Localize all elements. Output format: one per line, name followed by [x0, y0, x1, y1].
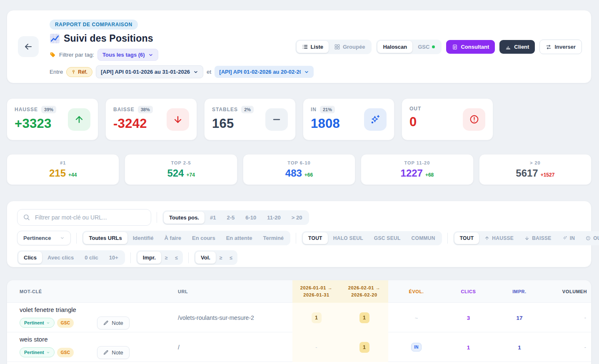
tab-en-cours[interactable]: En cours	[187, 232, 221, 244]
period-2-select[interactable]: [API] API 01-02-2026 au 20-02-2026	[215, 66, 314, 78]
pertinence-badge[interactable]: Pertinent	[20, 318, 55, 328]
tab-evol-hausse[interactable]: HAUSSE	[479, 232, 519, 244]
tab-pos-over-20[interactable]: > 20	[286, 212, 308, 224]
reference-badge-label: Réf.	[78, 69, 87, 75]
source-haloscan-label: Haloscan	[383, 44, 407, 50]
consultant-button[interactable]: Consultant	[446, 40, 495, 54]
tab-toutes-pos[interactable]: Toutes pos.	[164, 212, 205, 224]
inverser-button[interactable]: Inverser	[539, 40, 582, 54]
impr-gte-button[interactable]: ≥	[161, 252, 172, 264]
pertinence-select[interactable]: Pertinence	[17, 231, 71, 245]
vol-label-button[interactable]: Vol.	[195, 252, 216, 264]
gsc-status-dot	[432, 45, 435, 48]
tab-evol-in[interactable]: IN	[557, 232, 581, 244]
period-1-select[interactable]: [API] API 01-01-2026 au 31-01-2026	[96, 65, 203, 78]
back-button[interactable]	[18, 36, 39, 57]
col-header-url: URL	[170, 289, 292, 294]
stat-card-baisse: BAISSE 38% -3242	[105, 98, 197, 140]
tab-pos-6-10[interactable]: 6-10	[240, 212, 262, 224]
vol-gte-button[interactable]: ≥	[216, 252, 226, 264]
bar-chart-icon	[505, 44, 511, 50]
source-gsc-button[interactable]: GSC	[412, 41, 440, 53]
stat-label: OUT	[409, 106, 421, 112]
pencil-icon	[103, 320, 109, 326]
minus-icon	[265, 108, 288, 131]
divider	[188, 252, 189, 263]
view-liste-button[interactable]: Liste	[297, 41, 329, 53]
position-label: TOP 11-20	[404, 160, 430, 165]
tab-a-faire[interactable]: À faire	[159, 232, 187, 244]
tab-halo-seul[interactable]: HALO SEUL	[328, 232, 369, 244]
tab-source-tout[interactable]: TOUT	[303, 232, 328, 244]
tab-clics[interactable]: Clics	[18, 252, 42, 264]
position-card-top11-20: TOP 11-20 1227 +68	[361, 154, 473, 185]
tab-pos-11-20[interactable]: 11-20	[262, 212, 286, 224]
stat-card-hausse: HAUSSE 39% +3323	[7, 98, 98, 140]
position-card-top6-10: TOP 6-10 483 +66	[243, 154, 355, 185]
impr-lte-button[interactable]: ≤	[171, 252, 182, 264]
tab-evol-baisse[interactable]: BAISSE	[519, 232, 557, 244]
view-liste-label: Liste	[311, 44, 323, 50]
list-icon	[302, 44, 308, 50]
tab-10-plus[interactable]: 10+	[104, 252, 124, 264]
tab-avec-clics[interactable]: Avec clics	[42, 252, 79, 264]
tab-identifie[interactable]: Identifié	[127, 232, 159, 244]
source-filter-tabs: TOUT HALO SEUL GSC SEUL COMMUN	[302, 231, 442, 245]
table-row: volet fenetre triangle Pertinent GSC Not…	[7, 303, 591, 332]
line-chart-icon	[50, 33, 60, 44]
volume-cell: -	[547, 314, 591, 321]
search-input[interactable]	[17, 209, 151, 226]
tab-toutes-urls[interactable]: Toutes URLs	[83, 232, 127, 244]
tab-0-clic[interactable]: 0 clic	[79, 252, 104, 264]
tab-pos-2-5[interactable]: 2-5	[221, 212, 240, 224]
pertinence-badge[interactable]: Pertinent	[20, 347, 55, 357]
arrow-down-icon	[524, 236, 529, 241]
tab-en-attente[interactable]: En attente	[221, 232, 258, 244]
pin-icon	[71, 70, 76, 74]
tab-commun[interactable]: COMMUN	[406, 232, 441, 244]
view-groupee-label: Groupée	[343, 44, 365, 50]
tab-pos-1[interactable]: #1	[205, 212, 221, 224]
pertinence-select-value: Pertinence	[23, 235, 51, 241]
impressions-value: 17	[516, 315, 522, 321]
volume-filter: Vol. ≥ ≤	[194, 250, 237, 265]
impressions-cell: 1	[492, 344, 547, 351]
tab-termine[interactable]: Terminé	[257, 232, 289, 244]
empty-value: -	[315, 344, 317, 350]
impr-label-button[interactable]: Impr.	[137, 252, 161, 264]
arrow-left-icon	[23, 42, 33, 52]
evolution-value: ~	[415, 315, 418, 321]
volume-cell: -	[547, 344, 591, 350]
impressions-filter: Impr. ≥ ≤	[136, 250, 183, 265]
tab-evol-out-label: OUT	[593, 235, 599, 241]
keywords-table: MOT-CLÉ URL 2026-01-01 → 2026-01-31 2026…	[7, 280, 592, 364]
header-controls: Liste Groupée Haloscan GSC	[295, 40, 582, 54]
keyword-name: volet fenetre triangle	[20, 306, 170, 313]
vol-lte-button[interactable]: ≤	[226, 252, 237, 264]
filter-row-1: Toutes pos. #1 2-5 6-10 11-20 > 20	[17, 209, 581, 226]
stat-card-stables: STABLES 2% 165	[204, 98, 296, 140]
view-groupee-button[interactable]: Groupée	[329, 41, 370, 53]
period-2-value: [API] API 01-02-2026 au 20-02-2026	[219, 69, 301, 75]
position-delta: +44	[68, 172, 77, 178]
tag-select-value: Tous les tags (6)	[102, 52, 145, 58]
pertinence-badge-label: Pertinent	[24, 350, 44, 355]
source-haloscan-button[interactable]: Haloscan	[377, 41, 412, 53]
filter-card: Toutes pos. #1 2-5 6-10 11-20 > 20 Perti…	[7, 201, 592, 267]
tab-evol-tout[interactable]: TOUT	[454, 232, 479, 244]
page-title: Suivi des Positions	[64, 33, 153, 44]
position-value-badge: 1	[359, 312, 369, 323]
tab-gsc-seul[interactable]: GSC SEUL	[369, 232, 406, 244]
note-button[interactable]: Note	[97, 346, 129, 359]
stat-label: BAISSE	[113, 107, 135, 112]
note-button[interactable]: Note	[97, 317, 129, 329]
client-button[interactable]: Client	[499, 40, 535, 54]
clics-value: 1	[467, 344, 470, 351]
sparkles-icon	[562, 236, 567, 241]
swap-icon	[546, 44, 552, 50]
tab-evol-out[interactable]: OUT	[580, 232, 599, 244]
stat-percent-badge: 39%	[41, 106, 56, 113]
position-label: TOP 6-10	[287, 160, 310, 165]
tag-filter-select[interactable]: Tous les tags (6)	[97, 49, 158, 61]
period2-line1: 2026-02-01 →	[344, 284, 385, 292]
